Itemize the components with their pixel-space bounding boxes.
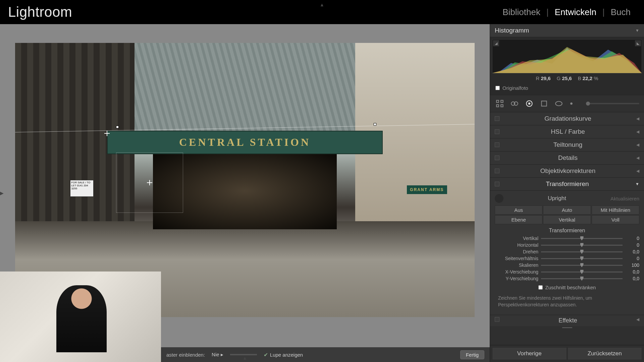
slider-label: Horizontal <box>495 242 538 248</box>
check-icon: ✔ <box>264 352 268 358</box>
module-library[interactable]: Bibliothek <box>497 7 546 17</box>
slider-thumb[interactable] <box>580 243 584 247</box>
transform-slider[interactable]: Horizontal0 <box>495 242 639 248</box>
brush-size-slider[interactable] <box>586 103 639 104</box>
gradient-tool-icon[interactable] <box>539 99 549 109</box>
highlight-clip-icon[interactable]: ◣ <box>635 40 641 46</box>
slider-thumb[interactable] <box>580 256 584 261</box>
expand-left-icon[interactable]: ▶ <box>0 190 4 196</box>
transform-hint: Zeichnen Sie mindestens zwei Hilfslinien… <box>495 294 639 311</box>
shadow-clip-icon[interactable]: ◢ <box>493 40 499 46</box>
svg-point-10 <box>570 103 573 105</box>
slider-track[interactable] <box>541 238 623 239</box>
loupe-overlay[interactable] <box>116 153 183 213</box>
reset-button[interactable]: Zurücksetzen <box>568 347 642 360</box>
chevron-left-icon: ◀ <box>636 317 639 324</box>
slider-value[interactable]: 0,0 <box>625 249 639 254</box>
collapse-bottom-icon[interactable]: ▲ <box>243 355 247 361</box>
upright-auto-button[interactable]: Auto <box>543 205 591 215</box>
grid-show-select[interactable]: Nie ▸ <box>212 352 223 358</box>
transform-slider[interactable]: Drehen0,0 <box>495 249 639 254</box>
original-checkbox[interactable]: Originalfoto <box>492 83 642 93</box>
panel-switch[interactable] <box>495 156 499 160</box>
slider-thumb[interactable] <box>580 250 584 254</box>
slider-value[interactable]: 0 <box>625 256 639 261</box>
chevron-left-icon: ◀ <box>636 129 639 134</box>
tool-strip <box>490 95 644 112</box>
loupe-checkbox[interactable]: ✔ Lupe anzeigen <box>264 352 303 358</box>
slider-track[interactable] <box>541 245 623 246</box>
svg-rect-8 <box>541 101 546 106</box>
slider-track[interactable] <box>541 272 623 273</box>
slider-value[interactable]: 0 <box>625 236 639 241</box>
slider-label: Y-Verschiebung <box>495 276 538 281</box>
canvas-area[interactable]: ▶ CENTRAL STATION GRANT ARMS FOR SALE / … <box>0 24 490 362</box>
brush-tool-icon[interactable] <box>569 99 579 109</box>
slider-track[interactable] <box>541 278 623 279</box>
panel-lens[interactable]: Objektivkorrekturen◀ <box>490 165 644 178</box>
transform-slider[interactable]: Y-Verschiebung0,0 <box>495 276 639 281</box>
guide-handle[interactable] <box>116 126 119 128</box>
constrain-crop-checkbox[interactable]: Zuschnitt beschränken <box>495 285 639 290</box>
slider-value[interactable]: 0,0 <box>625 276 639 281</box>
spot-tool-icon[interactable] <box>509 99 520 109</box>
done-button[interactable]: Fertig <box>460 350 484 359</box>
upright-full-button[interactable]: Voll <box>592 215 639 224</box>
transform-slider[interactable]: X-Verschiebung0,0 <box>495 269 639 275</box>
panel-detail[interactable]: Details◀ <box>490 152 644 165</box>
panel-resize-handle[interactable] <box>490 326 644 329</box>
slider-thumb[interactable] <box>580 277 584 281</box>
upright-guided-button[interactable]: Mit Hilfslinien <box>592 205 639 215</box>
collapse-top-icon[interactable]: ▲ <box>320 2 324 7</box>
slider-label: Vertikal <box>495 236 538 241</box>
module-develop[interactable]: Entwickeln <box>549 7 602 17</box>
upright-update-button[interactable]: Aktualisieren <box>610 196 639 201</box>
slider-track[interactable] <box>541 258 623 259</box>
slider-thumb[interactable] <box>580 236 584 241</box>
transform-slider[interactable]: Seitenverhältnis0 <box>495 256 639 261</box>
svg-point-7 <box>528 103 531 105</box>
upright-off-button[interactable]: Aus <box>495 205 542 215</box>
webcam-overlay <box>0 272 161 362</box>
previous-button[interactable]: Vorherige <box>492 347 567 360</box>
slider-thumb[interactable] <box>580 270 584 274</box>
panel-tone-curve[interactable]: Gradationskurve◀ <box>490 112 644 125</box>
module-sep: | <box>602 7 605 17</box>
slider-value[interactable]: 100 <box>625 262 639 268</box>
radial-tool-icon[interactable] <box>554 99 564 109</box>
panel-switch[interactable] <box>495 169 499 173</box>
histogram-header[interactable]: Histogramm▼ <box>490 24 644 37</box>
histogram[interactable]: ◢ ◣ <box>492 39 642 73</box>
transform-slider[interactable]: Skalieren100 <box>495 262 639 268</box>
transform-slider[interactable]: Vertikal0 <box>495 236 639 241</box>
panel-switch[interactable] <box>495 317 499 322</box>
panel-switch[interactable] <box>495 116 499 121</box>
panel-switch[interactable] <box>495 182 499 186</box>
redeye-tool-icon[interactable] <box>524 99 534 109</box>
crop-tool-icon[interactable] <box>495 99 505 109</box>
upright-tool-icon[interactable] <box>495 194 503 203</box>
transform-section-label: Transformieren <box>495 228 639 234</box>
upright-level-button[interactable]: Ebene <box>495 215 542 224</box>
module-book[interactable]: Buch <box>605 7 636 17</box>
slider-track[interactable] <box>541 265 623 266</box>
panel-switch[interactable] <box>495 129 499 134</box>
upright-vertical-button[interactable]: Vertikal <box>543 215 591 224</box>
panel-switch[interactable] <box>495 142 499 147</box>
panel-hsl[interactable]: HSL / Farbe◀ <box>490 125 644 138</box>
panel-transform[interactable]: Transformieren▼ <box>490 178 644 191</box>
slider-label: Seitenverhältnis <box>495 256 538 261</box>
panel-split-toning[interactable]: Teiltonung◀ <box>490 138 644 152</box>
module-sep: | <box>546 7 549 17</box>
photo-sign-main: CENTRAL STATION <box>107 131 383 154</box>
slider-track[interactable] <box>541 251 623 252</box>
chevron-left-icon: ◀ <box>636 156 639 160</box>
guide-handle[interactable] <box>374 123 376 126</box>
transform-body: Upright Aktualisieren Aus Auto Mit Hilfs… <box>490 191 644 315</box>
panel-footer: Vorherige Zurücksetzen <box>490 345 644 362</box>
chevron-down-icon: ▼ <box>635 28 639 33</box>
slider-value[interactable]: 0,0 <box>625 269 639 275</box>
slider-value[interactable]: 0 <box>625 242 639 248</box>
panel-effects[interactable]: Effekte ◀ <box>490 315 644 326</box>
slider-thumb[interactable] <box>580 263 584 267</box>
